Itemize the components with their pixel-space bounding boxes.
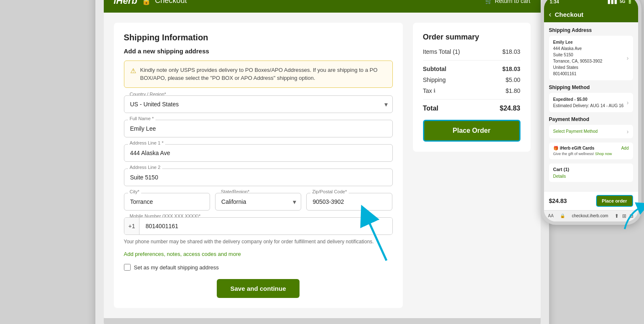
address2-input[interactable]	[124, 169, 393, 186]
phone-header: ‹ Checkout	[544, 7, 638, 22]
phone-add-link[interactable]: Add	[621, 146, 629, 150]
address2-field: Address Line 2	[124, 169, 393, 186]
lock-url-icon: 🔒	[560, 213, 565, 218]
phone-url-bar: AA 🔒 checkout.iherb.com ⬆ ⊞ ⧉	[544, 210, 638, 221]
phone-addr5: 8014001161	[553, 71, 602, 77]
total-row: Total $24.83	[423, 105, 520, 112]
items-total-label: Items Total (1)	[423, 48, 460, 55]
checkout-title: Checkout	[155, 0, 187, 5]
phone-nav-icons: ⬆ ⊞ ⧉	[615, 213, 633, 219]
items-total-value: $18.03	[502, 48, 520, 55]
page-header: iHerb 🔒 Checkout 🛒 Return to cart	[104, 0, 541, 13]
phone-shipping-method-card[interactable]: Expedited - $5.00 Estimated Delivery: AU…	[549, 93, 633, 112]
tax-row: Tax ℹ $1.80	[423, 87, 520, 94]
zip-input[interactable]	[306, 193, 392, 211]
phone-cart-section: Cart (1) Details	[549, 163, 633, 182]
phone-hint: Your phone number may be shared with the…	[124, 238, 393, 245]
phone-frame: 1:34 ▋▋▋ 5G 🔋 ‹ Checkout Shipping Addres…	[541, 0, 641, 225]
shipping-value: $5.00	[505, 76, 520, 83]
preferences-link[interactable]: Add preferences, notes, access codes and…	[124, 251, 393, 257]
save-continue-button[interactable]: Save and continue	[217, 279, 300, 298]
fullname-label: Full Name *	[128, 116, 155, 121]
order-divider-2	[423, 99, 520, 100]
country-select[interactable]: US - United States	[124, 95, 393, 113]
warning-icon: ⚠	[130, 67, 136, 82]
phone-egift-sub: Give the gift of wellness! Shop now	[553, 152, 612, 156]
default-address-checkbox-row: Set as my default shipping address	[124, 264, 393, 271]
phone-name: Emily Lee	[553, 39, 602, 45]
fullname-input[interactable]	[124, 120, 393, 137]
phone-checkout-title: Checkout	[555, 11, 584, 18]
phone-egift-row: 🎁 iHerb eGift Cards Give the gift of wel…	[549, 142, 633, 159]
tax-value: $1.80	[505, 87, 520, 94]
cart-icon: 🛒	[485, 0, 492, 4]
phone-payment-method-title: Payment Method	[549, 116, 633, 122]
phone-back-button[interactable]: ‹	[549, 10, 552, 19]
phone-signal: ▋▋▋ 5G 🔋	[608, 0, 632, 4]
phone-egift-title: 🎁 iHerb eGift Cards	[553, 146, 612, 150]
phone-body: Shipping Address Emily Lee 444 Alaska Av…	[544, 22, 638, 191]
tax-label: Tax	[423, 87, 432, 94]
phone-bottom-bar: $24.83 Place order	[544, 191, 638, 210]
city-state-zip-row: City* State/Region* California ▾	[124, 193, 393, 211]
iherb-logo: iHerb	[114, 0, 137, 6]
shipping-subsection-title: Add a new shipping address	[124, 47, 393, 55]
phone-place-order-button[interactable]: Place order	[596, 195, 633, 207]
phone-cart-details-link[interactable]: Details	[553, 174, 566, 179]
total-label: Total	[423, 105, 439, 112]
phone-method-sub: Estimated Delivery: AUG 14 - AUG 16	[553, 103, 624, 109]
gift-icon: 🎁	[553, 146, 558, 150]
phone-method-value: Expedited - $5.00	[553, 96, 624, 103]
phone-url-text: checkout.iherb.com	[572, 213, 608, 218]
tax-label-wrapper: Tax ℹ	[423, 87, 436, 94]
shipping-section-title: Shipping Information	[124, 33, 393, 42]
country-select-wrapper: US - United States ▾	[124, 95, 393, 113]
laptop-screen: iHerb 🔒 Checkout 🛒 Return to cart Shippi…	[104, 0, 541, 318]
default-address-checkbox[interactable]	[124, 264, 131, 271]
city-label: City*	[128, 189, 141, 194]
state-select-wrapper: California ▾	[215, 193, 301, 211]
subtotal-value: $18.03	[502, 66, 520, 72]
signal-icon: ▋▋▋	[608, 0, 618, 4]
city-input[interactable]	[124, 193, 210, 211]
phone-mockup: 1:34 ▋▋▋ 5G 🔋 ‹ Checkout Shipping Addres…	[541, 0, 641, 225]
return-to-cart-link[interactable]: 🛒 Return to cart	[485, 0, 531, 4]
share-icon[interactable]: ⬆	[615, 213, 619, 219]
address1-field: Address Line 1 *	[124, 144, 393, 162]
phone-method-text: Expedited - $5.00 Estimated Delivery: AU…	[553, 96, 624, 109]
address1-input[interactable]	[124, 144, 393, 162]
phone-address-text: Emily Lee 444 Alaska Ave Suite 5150 Torr…	[553, 39, 602, 77]
payment-chevron-icon: ›	[627, 128, 629, 135]
header-icon: 🔒	[142, 0, 151, 5]
windows-icon[interactable]: ⧉	[630, 213, 633, 219]
alert-text: Kindly note only USPS provides delivery …	[140, 66, 386, 82]
address2-label: Address Line 2	[128, 165, 162, 170]
state-select[interactable]: California	[215, 193, 301, 211]
phone-address-card[interactable]: Emily Lee 444 Alaska Ave Suite 5150 Torr…	[549, 36, 633, 80]
shipping-panel: Shipping Information Add a new shipping …	[114, 23, 403, 308]
header-left: iHerb 🔒 Checkout	[114, 0, 187, 6]
shop-now-link[interactable]: Shop now	[595, 152, 612, 156]
phone-payment-card: Select Payment Method ›	[549, 125, 633, 138]
phone-addr3: Torrance, CA, 90503-3902	[553, 58, 602, 64]
phone-addr4: United States	[553, 64, 602, 71]
laptop-chin	[104, 318, 541, 324]
subtotal-label: Subtotal	[423, 66, 447, 72]
phone-time: 1:34	[550, 0, 559, 4]
zip-label: Zip/Postal Code*	[310, 189, 349, 194]
place-order-button[interactable]: Place Order	[423, 120, 520, 142]
info-icon[interactable]: ℹ	[434, 88, 436, 94]
order-summary-title: Order summary	[423, 33, 520, 42]
phone-input[interactable]	[139, 218, 392, 234]
tabs-icon[interactable]: ⊞	[622, 213, 626, 219]
phone-prefix: +1	[124, 218, 140, 234]
main-content: Shipping Information Add a new shipping …	[104, 13, 541, 319]
battery-icon: 🔋	[627, 0, 632, 4]
phone-shipping-method-title: Shipping Method	[549, 84, 633, 90]
phone-egift-content: 🎁 iHerb eGift Cards Give the gift of wel…	[553, 146, 612, 156]
order-divider	[423, 60, 520, 61]
phone-total-price: $24.83	[549, 198, 567, 204]
state-field: State/Region* California ▾	[215, 193, 301, 211]
select-payment-link[interactable]: Select Payment Method	[553, 129, 598, 134]
default-address-label: Set as my default shipping address	[134, 264, 219, 271]
